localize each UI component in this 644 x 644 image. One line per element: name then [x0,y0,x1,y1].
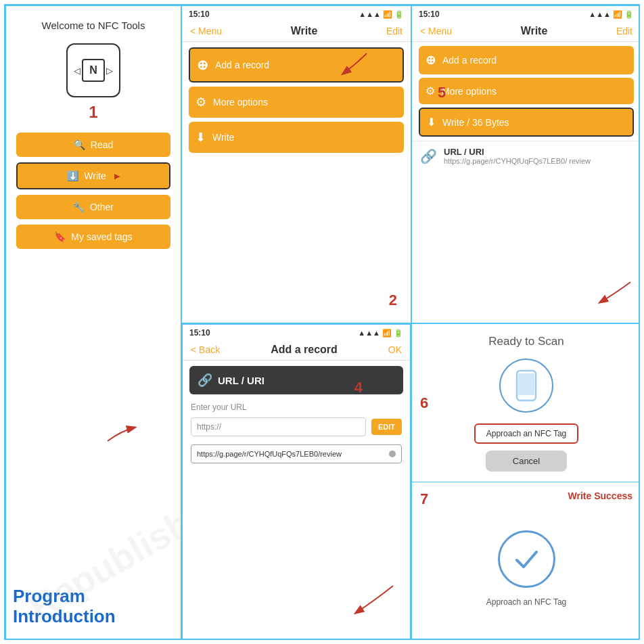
step-7-number: 7 [420,490,428,508]
phone-circle [499,359,553,413]
nfc-logo-box: ◁ N ▷ [66,43,120,97]
checkmark-icon [511,544,542,574]
nav-back-2[interactable]: < Menu [190,26,222,37]
url-uri-header: 🔗 URL / URI [189,366,403,394]
welcome-title: Welcome to NFC Tools [42,20,145,31]
link-icon-5: 🔗 [420,148,437,164]
url-input-field[interactable] [191,417,366,436]
status-bar-4: 15:10 ▲▲▲📶🔋 [183,325,410,341]
write-icon: ⬇️ [67,170,78,181]
program-intro: Program Introduction [13,586,116,627]
download-icon-5: ⬇ [427,116,436,129]
nav-title-2: Write [291,25,318,37]
gear-icon: ⚙ [196,95,206,110]
arrow-panel4 [349,579,396,620]
wrench-icon: 🔧 [73,202,85,212]
write-bytes-button[interactable]: ⬇ Write / 36 Bytes [419,108,634,137]
plus-icon-5: ⊕ [426,53,436,68]
nav-bar-2: < Menu Write Edit [182,22,411,42]
svg-rect-1 [518,373,534,395]
phone-icon [515,369,537,402]
write-button[interactable]: ⬇️ Write ▶ [16,162,170,189]
success-circle [498,530,555,588]
link-icon-dark: 🔗 [198,373,212,388]
nav-bar-5: < Menu Write Edit [412,22,640,42]
nav-bar-4: < Back Add a record OK [183,341,410,361]
edit-button[interactable]: EDIT [371,419,402,435]
download-icon: ⬇ [196,130,206,145]
status-bar-5: 15:10 ▲▲▲📶🔋 [412,6,640,22]
cancel-button-6[interactable]: Cancel [486,451,567,472]
ready-to-scan-title: Ready to Scan [488,335,564,348]
nav-back-5[interactable]: < Menu [420,26,452,37]
other-button[interactable]: 🔧 Other [16,195,170,219]
arrow-panel2 [336,47,370,80]
more-options-button-5[interactable]: ⚙ More options [419,78,634,104]
plus-icon: ⊕ [197,57,208,73]
status-bar-2: 15:10 ▲▲▲📶🔋 [182,6,411,22]
nav-back-4[interactable]: < Back [191,344,220,355]
step-5-number: 5 [438,84,446,101]
add-record-button-2[interactable]: ⊕ Add a record [189,47,404,83]
nav-edit-5[interactable]: Edit [616,26,632,37]
nav-ok-4[interactable]: OK [388,344,402,355]
bookmark-icon: 🔖 [54,231,66,242]
step-6-number: 6 [420,394,428,412]
step-1-number: 1 [89,103,97,122]
arrow-to-write [101,417,141,444]
write-action-button[interactable]: ⬇ Write [189,122,404,153]
url-record-row: 🔗 URL / URI https://g.page/r/CYHQfUqFQs7… [412,141,640,170]
nav-title-5: Write [521,25,548,37]
step-2-number: 2 [389,292,397,309]
nav-title-4: Add a record [271,344,338,356]
gear-icon-5: ⚙ [426,85,435,97]
nav-edit-2[interactable]: Edit [386,26,402,37]
read-button[interactable]: 🔍 Read [16,133,170,157]
approach-nfc-text-7: Approach an NFC Tag [486,597,567,607]
enter-url-label: Enter your URL [183,400,410,415]
step-4-number: 4 [354,379,363,396]
approach-nfc-button-6[interactable]: Approach an NFC Tag [474,423,579,444]
saved-tags-button[interactable]: 🔖 My saved tags [16,225,170,249]
arrow-panel5 [593,275,634,309]
url-result-field[interactable]: https://g.page/r/CYHQfUqFQs7LEB0/review [191,444,402,463]
more-options-button[interactable]: ⚙ More options [189,87,404,118]
add-record-button-5[interactable]: ⊕ Add a record [419,46,634,74]
write-success-label: Write Success [568,490,632,501]
search-icon: 🔍 [74,139,85,150]
